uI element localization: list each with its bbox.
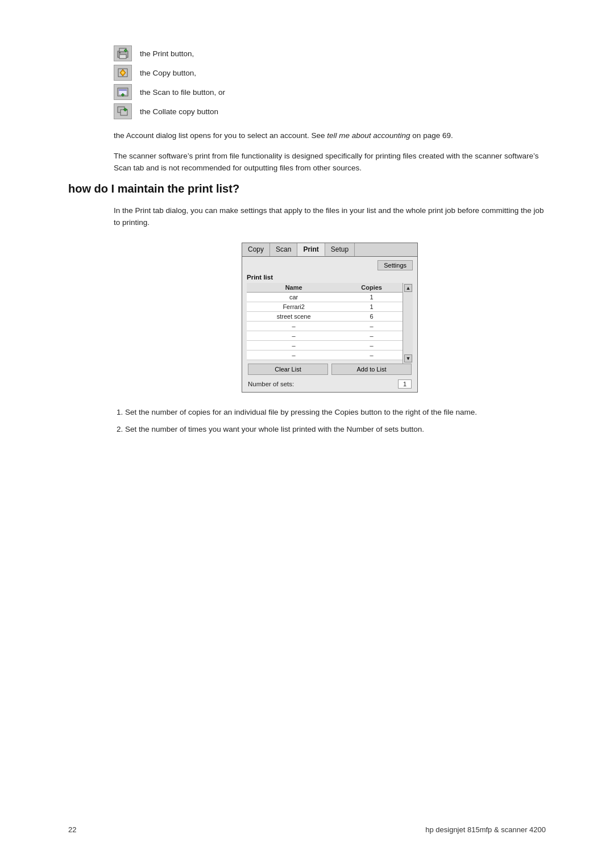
- row-name: –: [247, 321, 341, 331]
- print-list-label: Print list: [247, 274, 413, 281]
- icon-list: the Print button, the Copy button,: [114, 45, 546, 119]
- copy-icon-item: the Copy button,: [114, 65, 546, 81]
- copy-icon: [114, 65, 132, 81]
- row-copies: –: [341, 350, 403, 360]
- copy-label: the Copy button,: [140, 69, 196, 77]
- collate-icon: [114, 103, 132, 119]
- print-list-area: Name Copies car1Ferrari21street scene6––…: [247, 283, 413, 364]
- dialog-body: Settings Print list Name Copies: [242, 257, 417, 392]
- number-of-sets-value: 1: [398, 379, 412, 389]
- footer-title: hp designjet 815mfp & scanner 4200: [425, 825, 546, 834]
- row-copies: 6: [341, 311, 403, 321]
- scan-icon: [114, 84, 132, 100]
- svg-rect-2: [119, 55, 126, 59]
- tab-setup[interactable]: Setup: [325, 243, 355, 256]
- col-name: Name: [247, 283, 341, 293]
- collate-icon-item: the Collate copy button: [114, 103, 546, 119]
- action-buttons: Clear List Add to List: [247, 364, 413, 375]
- row-name: –: [247, 350, 341, 360]
- body-paragraph-2: The scanner software’s print from file f…: [114, 150, 546, 174]
- row-name: –: [247, 331, 341, 340]
- list-item-2: Set the number of times you want your wh…: [125, 423, 546, 436]
- collate-label: the Collate copy button: [140, 107, 218, 116]
- dialog-container: Copy Scan Print Setup Settings Print lis…: [114, 243, 546, 393]
- tab-print[interactable]: Print: [297, 243, 325, 256]
- footer: 22 hp designjet 815mfp & scanner 4200: [68, 825, 546, 834]
- row-copies: 1: [341, 302, 403, 311]
- print-icon: [114, 45, 132, 61]
- svg-rect-11: [119, 89, 127, 91]
- svg-rect-3: [119, 52, 121, 53]
- table-row[interactable]: Ferrari21: [247, 302, 403, 311]
- print-list-table-wrapper: Name Copies car1Ferrari21street scene6––…: [247, 283, 403, 364]
- settings-btn-row: Settings: [247, 260, 413, 270]
- scan-label: the Scan to file button, or: [140, 88, 225, 97]
- print-icon-item: the Print button,: [114, 45, 546, 61]
- section-heading: how do I maintain the print list?: [68, 182, 546, 195]
- row-copies: –: [341, 340, 403, 350]
- row-copies: –: [341, 331, 403, 340]
- clear-list-button[interactable]: Clear List: [248, 364, 328, 375]
- tab-copy[interactable]: Copy: [242, 243, 270, 256]
- scroll-up-button[interactable]: ▲: [404, 284, 412, 292]
- row-copies: –: [341, 321, 403, 331]
- dialog-box: Copy Scan Print Setup Settings Print lis…: [242, 243, 418, 393]
- col-copies: Copies: [341, 283, 403, 293]
- numbered-list: Set the number of copies for an individu…: [114, 406, 546, 435]
- row-name: car: [247, 292, 341, 302]
- row-name: –: [247, 340, 341, 350]
- tab-scan[interactable]: Scan: [270, 243, 297, 256]
- table-row[interactable]: car1: [247, 292, 403, 302]
- add-to-list-button[interactable]: Add to List: [331, 364, 412, 375]
- footer-page-number: 22: [68, 825, 76, 834]
- table-row[interactable]: ––: [247, 350, 403, 360]
- intro-text: In the Print tab dialog, you can make se…: [114, 205, 546, 229]
- settings-button[interactable]: Settings: [377, 260, 413, 270]
- body-paragraph-1: the Account dialog list opens for you to…: [114, 130, 546, 142]
- row-name: street scene: [247, 311, 341, 321]
- row-copies: 1: [341, 292, 403, 302]
- number-of-sets-label: Number of sets:: [248, 381, 294, 387]
- print-list-table: Name Copies car1Ferrari21street scene6––…: [247, 283, 403, 360]
- row-name: Ferrari2: [247, 302, 341, 311]
- table-row[interactable]: ––: [247, 340, 403, 350]
- number-of-sets-row: Number of sets: 1: [247, 379, 413, 389]
- scan-icon-item: the Scan to file button, or: [114, 84, 546, 100]
- list-item-1: Set the number of copies for an individu…: [125, 406, 546, 419]
- page: the Print button, the Copy button,: [0, 0, 614, 868]
- table-row[interactable]: street scene6: [247, 311, 403, 321]
- dialog-tabs: Copy Scan Print Setup: [242, 243, 417, 257]
- table-row[interactable]: ––: [247, 321, 403, 331]
- scroll-buttons: ▲ ▼: [403, 283, 413, 364]
- table-row[interactable]: ––: [247, 331, 403, 340]
- print-label: the Print button,: [140, 49, 194, 58]
- scroll-down-button[interactable]: ▼: [404, 354, 412, 362]
